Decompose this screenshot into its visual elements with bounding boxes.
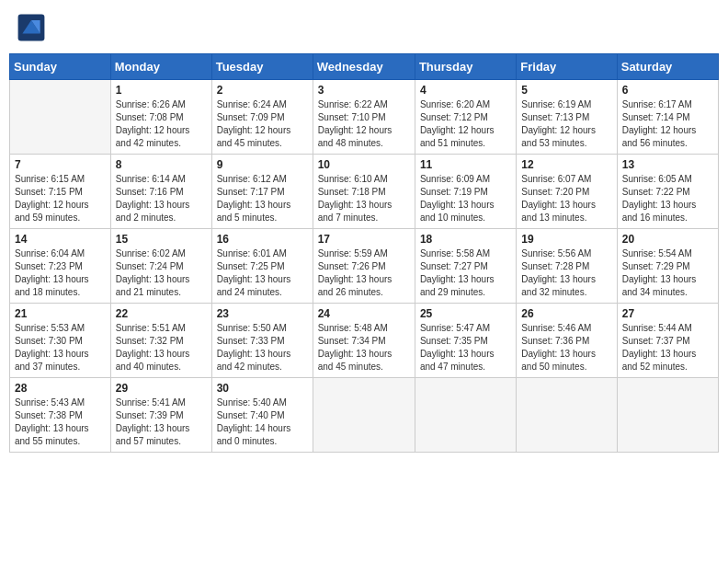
calendar-cell: 8Sunrise: 6:14 AM Sunset: 7:16 PM Daylig… <box>110 155 211 229</box>
day-number: 26 <box>521 307 611 320</box>
calendar-cell: 30Sunrise: 5:40 AM Sunset: 7:40 PM Dayli… <box>211 378 313 453</box>
calendar-cell: 2Sunrise: 6:24 AM Sunset: 7:09 PM Daylig… <box>211 80 313 155</box>
day-number: 17 <box>318 233 410 246</box>
day-info: Sunrise: 6:14 AM Sunset: 7:16 PM Dayligh… <box>116 173 207 224</box>
calendar-cell <box>617 378 718 453</box>
day-number: 9 <box>217 158 308 171</box>
calendar-cell: 6Sunrise: 6:17 AM Sunset: 7:14 PM Daylig… <box>617 80 718 155</box>
day-info: Sunrise: 5:41 AM Sunset: 7:39 PM Dayligh… <box>116 396 207 448</box>
calendar-cell: 19Sunrise: 5:56 AM Sunset: 7:28 PM Dayli… <box>517 229 617 304</box>
day-info: Sunrise: 5:46 AM Sunset: 7:36 PM Dayligh… <box>521 322 611 373</box>
day-info: Sunrise: 5:50 AM Sunset: 7:33 PM Dayligh… <box>217 322 308 373</box>
day-number: 5 <box>521 84 611 97</box>
calendar-cell: 23Sunrise: 5:50 AM Sunset: 7:33 PM Dayli… <box>211 304 313 378</box>
day-number: 22 <box>116 307 207 320</box>
weekday-header: Thursday <box>415 54 516 80</box>
day-number: 29 <box>116 382 207 395</box>
day-info: Sunrise: 5:58 AM Sunset: 7:27 PM Dayligh… <box>420 247 511 299</box>
calendar-cell <box>313 378 415 453</box>
day-info: Sunrise: 5:43 AM Sunset: 7:38 PM Dayligh… <box>15 396 106 448</box>
day-info: Sunrise: 6:24 AM Sunset: 7:09 PM Dayligh… <box>217 98 308 150</box>
calendar-cell: 27Sunrise: 5:44 AM Sunset: 7:37 PM Dayli… <box>617 304 718 378</box>
day-info: Sunrise: 5:53 AM Sunset: 7:30 PM Dayligh… <box>15 322 106 373</box>
day-info: Sunrise: 6:02 AM Sunset: 7:24 PM Dayligh… <box>116 247 207 299</box>
day-info: Sunrise: 6:17 AM Sunset: 7:14 PM Dayligh… <box>622 98 713 150</box>
calendar-cell: 1Sunrise: 6:26 AM Sunset: 7:08 PM Daylig… <box>110 80 211 155</box>
weekday-header: Sunday <box>10 54 111 80</box>
weekday-header: Saturday <box>617 54 718 80</box>
day-number: 3 <box>318 84 410 97</box>
day-info: Sunrise: 6:04 AM Sunset: 7:23 PM Dayligh… <box>15 247 106 299</box>
day-number: 11 <box>420 158 511 171</box>
weekday-header: Monday <box>110 54 211 80</box>
page-header <box>9 9 719 46</box>
calendar-cell: 4Sunrise: 6:20 AM Sunset: 7:12 PM Daylig… <box>415 80 516 155</box>
calendar-cell: 7Sunrise: 6:15 AM Sunset: 7:15 PM Daylig… <box>10 155 111 229</box>
day-number: 14 <box>15 233 106 246</box>
calendar-cell <box>10 80 111 155</box>
calendar-cell <box>517 378 617 453</box>
day-info: Sunrise: 6:01 AM Sunset: 7:25 PM Dayligh… <box>217 247 308 299</box>
day-info: Sunrise: 5:47 AM Sunset: 7:35 PM Dayligh… <box>420 322 511 373</box>
calendar-cell: 24Sunrise: 5:48 AM Sunset: 7:34 PM Dayli… <box>313 304 415 378</box>
calendar-week-row: 7Sunrise: 6:15 AM Sunset: 7:15 PM Daylig… <box>10 155 719 229</box>
calendar-cell: 21Sunrise: 5:53 AM Sunset: 7:30 PM Dayli… <box>10 304 111 378</box>
day-info: Sunrise: 6:20 AM Sunset: 7:12 PM Dayligh… <box>420 98 511 150</box>
calendar-cell: 16Sunrise: 6:01 AM Sunset: 7:25 PM Dayli… <box>211 229 313 304</box>
calendar-cell: 3Sunrise: 6:22 AM Sunset: 7:10 PM Daylig… <box>313 80 415 155</box>
day-number: 19 <box>521 233 611 246</box>
calendar-week-row: 28Sunrise: 5:43 AM Sunset: 7:38 PM Dayli… <box>10 378 719 453</box>
calendar-cell: 10Sunrise: 6:10 AM Sunset: 7:18 PM Dayli… <box>313 155 415 229</box>
calendar-cell: 26Sunrise: 5:46 AM Sunset: 7:36 PM Dayli… <box>517 304 617 378</box>
day-number: 23 <box>217 307 308 320</box>
day-number: 1 <box>116 84 207 97</box>
day-number: 20 <box>622 233 713 246</box>
calendar-cell <box>415 378 516 453</box>
calendar-cell: 29Sunrise: 5:41 AM Sunset: 7:39 PM Dayli… <box>110 378 211 453</box>
calendar-week-row: 21Sunrise: 5:53 AM Sunset: 7:30 PM Dayli… <box>10 304 719 378</box>
day-info: Sunrise: 6:10 AM Sunset: 7:18 PM Dayligh… <box>318 173 410 224</box>
calendar-cell: 14Sunrise: 6:04 AM Sunset: 7:23 PM Dayli… <box>10 229 111 304</box>
calendar-cell: 11Sunrise: 6:09 AM Sunset: 7:19 PM Dayli… <box>415 155 516 229</box>
day-number: 27 <box>622 307 713 320</box>
weekday-header: Tuesday <box>211 54 313 80</box>
day-number: 7 <box>15 158 106 171</box>
calendar-cell: 18Sunrise: 5:58 AM Sunset: 7:27 PM Dayli… <box>415 229 516 304</box>
calendar-table: SundayMondayTuesdayWednesdayThursdayFrid… <box>9 53 719 453</box>
weekday-header: Wednesday <box>313 54 415 80</box>
day-number: 13 <box>622 158 713 171</box>
weekday-header-row: SundayMondayTuesdayWednesdayThursdayFrid… <box>10 54 719 80</box>
day-info: Sunrise: 5:51 AM Sunset: 7:32 PM Dayligh… <box>116 322 207 373</box>
day-info: Sunrise: 6:09 AM Sunset: 7:19 PM Dayligh… <box>420 173 511 224</box>
calendar-cell: 22Sunrise: 5:51 AM Sunset: 7:32 PM Dayli… <box>110 304 211 378</box>
day-number: 4 <box>420 84 511 97</box>
day-info: Sunrise: 5:48 AM Sunset: 7:34 PM Dayligh… <box>318 322 410 373</box>
logo <box>17 13 50 42</box>
day-number: 8 <box>116 158 207 171</box>
calendar-week-row: 1Sunrise: 6:26 AM Sunset: 7:08 PM Daylig… <box>10 80 719 155</box>
day-info: Sunrise: 5:44 AM Sunset: 7:37 PM Dayligh… <box>622 322 713 373</box>
day-info: Sunrise: 5:40 AM Sunset: 7:40 PM Dayligh… <box>217 396 308 448</box>
day-number: 16 <box>217 233 308 246</box>
day-info: Sunrise: 6:05 AM Sunset: 7:22 PM Dayligh… <box>622 173 713 224</box>
day-number: 12 <box>521 158 611 171</box>
day-number: 25 <box>420 307 511 320</box>
day-info: Sunrise: 5:54 AM Sunset: 7:29 PM Dayligh… <box>622 247 713 299</box>
calendar-cell: 20Sunrise: 5:54 AM Sunset: 7:29 PM Dayli… <box>617 229 718 304</box>
calendar-cell: 17Sunrise: 5:59 AM Sunset: 7:26 PM Dayli… <box>313 229 415 304</box>
day-info: Sunrise: 6:19 AM Sunset: 7:13 PM Dayligh… <box>521 98 611 150</box>
day-info: Sunrise: 5:56 AM Sunset: 7:28 PM Dayligh… <box>521 247 611 299</box>
day-number: 24 <box>318 307 410 320</box>
calendar-cell: 28Sunrise: 5:43 AM Sunset: 7:38 PM Dayli… <box>10 378 111 453</box>
calendar-cell: 9Sunrise: 6:12 AM Sunset: 7:17 PM Daylig… <box>211 155 313 229</box>
calendar-cell: 13Sunrise: 6:05 AM Sunset: 7:22 PM Dayli… <box>617 155 718 229</box>
day-number: 10 <box>318 158 410 171</box>
day-number: 2 <box>217 84 308 97</box>
day-number: 18 <box>420 233 511 246</box>
day-info: Sunrise: 6:26 AM Sunset: 7:08 PM Dayligh… <box>116 98 207 150</box>
calendar-cell: 5Sunrise: 6:19 AM Sunset: 7:13 PM Daylig… <box>517 80 617 155</box>
day-info: Sunrise: 5:59 AM Sunset: 7:26 PM Dayligh… <box>318 247 410 299</box>
calendar-cell: 25Sunrise: 5:47 AM Sunset: 7:35 PM Dayli… <box>415 304 516 378</box>
day-info: Sunrise: 6:12 AM Sunset: 7:17 PM Dayligh… <box>217 173 308 224</box>
day-number: 21 <box>15 307 106 320</box>
